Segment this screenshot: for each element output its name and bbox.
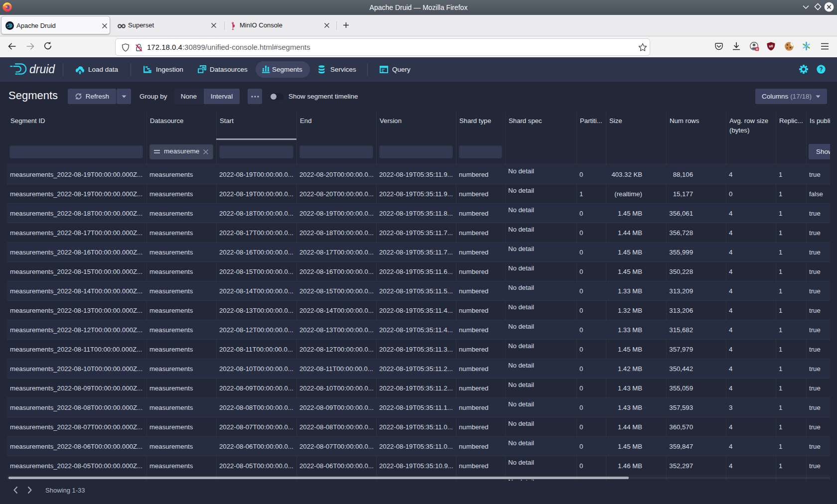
svg-text:u0: u0 (769, 44, 773, 48)
svg-text:druid: druid (29, 63, 55, 76)
